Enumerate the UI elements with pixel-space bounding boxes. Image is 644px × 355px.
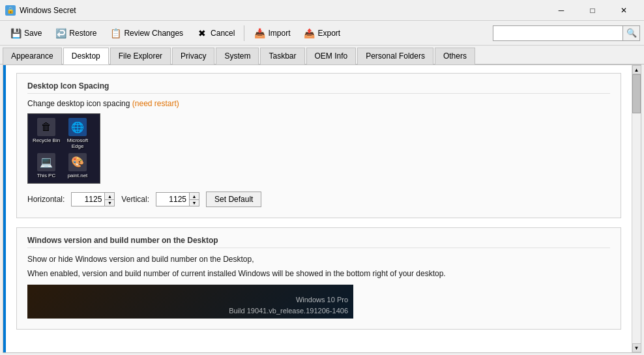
preview-line1: Windows 10 Pro xyxy=(229,294,348,305)
vertical-spinner: ▲ ▼ xyxy=(156,192,199,206)
close-button[interactable]: ✕ xyxy=(609,2,639,19)
edge-label: Microsoft Edge xyxy=(63,137,92,149)
tab-oeminfo[interactable]: OEM Info xyxy=(306,48,357,64)
review-icon: 📋 xyxy=(110,27,121,39)
spacing-controls: Horizontal: ▲ ▼ Vertical: ▲ ▼ Set xyxy=(27,192,610,207)
restore-icon: ↩️ xyxy=(55,27,66,39)
vertical-input[interactable] xyxy=(156,193,189,206)
tab-personalfolders[interactable]: Personal Folders xyxy=(357,48,433,64)
import-label: Import xyxy=(268,29,290,38)
vertical-arrows: ▲ ▼ xyxy=(189,193,199,206)
title-bar: 🔒 Windows Secret ─ □ ✕ xyxy=(0,0,644,21)
horizontal-label: Horizontal: xyxy=(27,195,65,204)
vertical-up-arrow[interactable]: ▲ xyxy=(190,193,199,199)
desktop-icon-edge: 🌐 Microsoft Edge xyxy=(63,118,92,149)
app-title: Windows Secret xyxy=(20,6,546,15)
search-button[interactable]: 🔍 xyxy=(623,25,640,41)
import-icon: 📥 xyxy=(254,27,265,39)
vertical-down-arrow[interactable]: ▼ xyxy=(190,199,199,206)
windows-version-title: Windows version and build number on the … xyxy=(27,236,610,248)
save-icon: 💾 xyxy=(10,27,22,39)
toolbar: 💾 Save ↩️ Restore 📋 Review Changes ✖ Can… xyxy=(0,21,644,46)
content-area: Desktop Icon Spacing Change desktop icon… xyxy=(3,64,641,353)
export-label: Export xyxy=(317,29,340,38)
windows-version-section: Windows version and build number on the … xyxy=(16,227,621,330)
main-content[interactable]: Desktop Icon Spacing Change desktop icon… xyxy=(6,65,632,352)
search-input[interactable] xyxy=(493,25,623,41)
restore-label: Restore xyxy=(69,29,96,38)
tab-bar: Appearance Desktop File Explorer Privacy… xyxy=(0,46,644,64)
window-controls: ─ □ ✕ xyxy=(546,2,639,19)
restore-button[interactable]: □ xyxy=(578,2,607,19)
icon-spacing-title: Desktop Icon Spacing xyxy=(27,81,610,94)
icon-spacing-subtitle: Change desktop icon spacing (need restar… xyxy=(27,99,610,108)
cancel-label: Cancel xyxy=(211,29,235,38)
horizontal-input[interactable] xyxy=(72,193,104,206)
horizontal-spinner: ▲ ▼ xyxy=(71,192,115,206)
desktop-preview: 🗑 Recycle Bin 🌐 Microsoft Edge 💻 This PC… xyxy=(27,113,100,184)
preview-line2: Build 19041.vb_release.191206-1406 xyxy=(229,305,348,317)
tab-desktop[interactable]: Desktop xyxy=(63,48,109,64)
recyclebin-icon: 🗑 xyxy=(37,118,55,136)
save-label: Save xyxy=(24,29,42,38)
scroll-down-arrow[interactable]: ▼ xyxy=(632,343,641,352)
horizontal-down-arrow[interactable]: ▼ xyxy=(105,199,114,206)
tab-appearance[interactable]: Appearance xyxy=(3,48,62,64)
import-button[interactable]: 📥 Import xyxy=(248,24,296,42)
desktop-icon-thispc: 💻 This PC xyxy=(32,153,61,178)
preview-text: Windows 10 Pro Build 19041.vb_release.19… xyxy=(229,294,348,316)
set-default-button[interactable]: Set Default xyxy=(206,192,261,207)
toolbar-separator xyxy=(244,25,244,41)
review-button[interactable]: 📋 Review Changes xyxy=(104,24,189,42)
cancel-icon: ✖ xyxy=(196,27,208,39)
scroll-up-arrow[interactable]: ▲ xyxy=(632,65,641,74)
restart-note: (need restart) xyxy=(130,99,179,108)
icon-spacing-section: Desktop Icon Spacing Change desktop icon… xyxy=(16,73,621,218)
windows-version-preview: Windows 10 Pro Build 19041.vb_release.19… xyxy=(27,285,353,319)
tab-taskbar[interactable]: Taskbar xyxy=(260,48,304,64)
scrollbar[interactable]: ▲ ▼ xyxy=(632,65,641,352)
export-icon: 📤 xyxy=(303,27,315,39)
recyclebin-label: Recycle Bin xyxy=(33,137,60,143)
thispc-icon: 💻 xyxy=(37,153,55,171)
app-icon: 🔒 xyxy=(5,5,16,16)
tab-privacy[interactable]: Privacy xyxy=(172,48,214,64)
horizontal-arrows: ▲ ▼ xyxy=(104,193,114,206)
windows-version-desc2: When enabled, version and build number o… xyxy=(27,268,610,279)
scroll-thumb[interactable] xyxy=(632,74,641,113)
restore-button[interactable]: ↩️ Restore xyxy=(49,24,102,42)
desktop-icon-paintnet: 🎨 paint.net xyxy=(63,153,92,178)
cancel-button[interactable]: ✖ Cancel xyxy=(190,24,241,42)
scroll-track[interactable] xyxy=(632,74,641,343)
minimize-button[interactable]: ─ xyxy=(546,2,576,19)
tab-fileexplorer[interactable]: File Explorer xyxy=(110,48,171,64)
windows-version-desc1: Show or hide Windows version and build n… xyxy=(27,253,610,265)
desktop-icon-recyclebin: 🗑 Recycle Bin xyxy=(32,118,61,143)
export-button[interactable]: 📤 Export xyxy=(297,24,346,42)
review-label: Review Changes xyxy=(124,29,183,38)
tab-system[interactable]: System xyxy=(216,48,259,64)
vertical-label: Vertical: xyxy=(121,195,149,204)
tab-others[interactable]: Others xyxy=(435,48,475,64)
paintnet-label: paint.net xyxy=(68,173,88,178)
edge-icon: 🌐 xyxy=(68,118,87,136)
thispc-label: This PC xyxy=(37,173,55,178)
search-box: 🔍 xyxy=(493,25,640,41)
paintnet-icon: 🎨 xyxy=(68,153,87,171)
horizontal-up-arrow[interactable]: ▲ xyxy=(105,193,114,199)
save-button[interactable]: 💾 Save xyxy=(4,24,48,42)
